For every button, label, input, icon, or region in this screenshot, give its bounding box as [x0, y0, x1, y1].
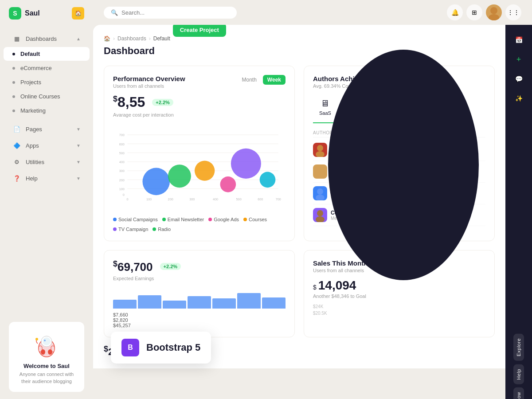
daily-prefix: $	[104, 344, 108, 353]
sales-card-header: Sales This Month Users from all channels	[313, 259, 485, 273]
svg-point-45	[316, 195, 325, 200]
table-row: Guy Hawkins Haiti 78.34%	[313, 139, 485, 161]
bar-2	[138, 295, 161, 309]
svg-text:300: 300	[119, 169, 125, 173]
sidebar-item-dashboards[interactable]: ▦ Dashboards ▲	[4, 31, 90, 47]
stat-entry-1: $7,660	[113, 312, 286, 317]
author-conv-1: 78.34%	[379, 147, 415, 153]
sidebar-item-default[interactable]: Default	[4, 47, 90, 61]
legend-label: Google Ads	[214, 217, 239, 222]
view-button-1[interactable]: →	[459, 145, 469, 155]
astronaut-illustration	[29, 332, 64, 359]
apps-icon: 🔷	[12, 141, 21, 150]
rp-add-button[interactable]: +	[511, 51, 527, 67]
svg-point-2	[43, 337, 51, 345]
sidebar-item-projects[interactable]: Projects	[4, 75, 90, 89]
svg-text:300: 300	[189, 197, 195, 201]
view-button-4[interactable]: →	[459, 210, 469, 220]
svg-point-6	[48, 349, 52, 355]
help-label[interactable]: Help	[513, 364, 524, 384]
main-area: 🔍 🔔 ⊞ ⋮⋮ 🏠	[93, 0, 532, 399]
sparkline-2	[415, 166, 446, 177]
sparkline-4	[415, 210, 446, 220]
search-box[interactable]: 🔍	[104, 7, 237, 19]
pages-icon: 📄	[12, 125, 21, 133]
tab-mobile[interactable]: 📱 Mobile	[390, 94, 416, 123]
tab-saas[interactable]: 🖥 SaaS	[313, 94, 337, 123]
performance-subtitle: Users from all channels	[113, 83, 185, 89]
period-tab-group: Month Week	[238, 75, 286, 85]
sparkline-3	[415, 188, 446, 199]
sidebar-item-apps[interactable]: 🔷 Apps ▼	[4, 137, 90, 153]
sparkle-icon: ✨	[515, 95, 523, 102]
chevron-icon: ▼	[76, 127, 81, 132]
earnings-card: $69,700 +2.2% Expected Earnings	[104, 250, 295, 337]
sidebar-item-label: Help	[26, 175, 38, 182]
author-country-1: Haiti	[331, 151, 364, 156]
sidebar-item-utilities[interactable]: ⚙ Utilities ▼	[4, 154, 90, 170]
notifications-button[interactable]: 🔔	[447, 4, 463, 20]
sidebar-item-help[interactable]: ❓ Help ▼	[4, 170, 90, 186]
tab-month[interactable]: Month	[238, 75, 261, 85]
metric-badge: +2.2%	[152, 99, 173, 106]
settings-button[interactable]: ⊞	[466, 4, 482, 20]
crypto-tab-icon: ₿	[348, 98, 353, 109]
view-button-2[interactable]: →	[459, 166, 469, 177]
legend-radio: Radio	[153, 227, 171, 232]
social-tab-icon: 👥	[372, 98, 383, 109]
sidebar-item-online-courses[interactable]: Online Courses	[4, 90, 90, 103]
search-input[interactable]	[121, 9, 230, 16]
table-row: Jacob Jones Poland 92.56%	[313, 183, 485, 204]
view-button-3[interactable]: →	[459, 188, 469, 199]
breadcrumb-dashboards[interactable]: Dashboards	[117, 35, 146, 42]
explore-label[interactable]: Explore	[513, 334, 524, 361]
authors-title: Authors Achievements	[313, 75, 385, 82]
rp-sparkle-button[interactable]: ✨	[511, 90, 527, 106]
earnings-bar-chart	[113, 286, 286, 309]
buy-now-label[interactable]: Buy now	[513, 387, 524, 399]
author-info: Cody Fishers Mexico	[313, 208, 379, 222]
content-area: 🏠 › Dashboards › Default Create Project …	[93, 25, 532, 399]
more-options-button[interactable]: ⋮⋮	[505, 4, 521, 20]
legend-social: Social Campaigns	[113, 217, 158, 222]
authors-table: Author Conv. Chart View	[313, 129, 485, 226]
author-conv-4: 63.08%	[379, 212, 415, 218]
tab-crypto[interactable]: ₿ Crypto	[337, 94, 364, 123]
content-wrapper: 🏠 › Dashboards › Default Create Project …	[93, 25, 505, 399]
others-tab-icon: 💾	[425, 100, 436, 111]
tab-social[interactable]: 👥 Social	[364, 94, 390, 123]
svg-text:700: 700	[276, 197, 281, 201]
earnings-badge: +2.2%	[160, 263, 181, 270]
svg-point-10	[489, 14, 499, 20]
legend-dot-radio	[153, 227, 156, 231]
earnings-label: Expected Earnings	[113, 276, 286, 281]
svg-point-43	[316, 173, 325, 179]
nav-dot	[12, 110, 15, 112]
svg-point-35	[168, 164, 191, 188]
tab-week[interactable]: Week	[263, 75, 286, 85]
author-country-2: Monaco	[331, 172, 363, 177]
back-button[interactable]: 🏠	[72, 7, 84, 20]
tab-others[interactable]: 💾 Others	[417, 96, 444, 123]
dashboard-grid: Performance Overview Users from all chan…	[104, 66, 495, 337]
sidebar-item-label: Pages	[26, 126, 42, 133]
author-info: Jacob Jones Poland	[313, 186, 379, 200]
create-project-button[interactable]: Create Project	[173, 25, 226, 37]
legend-dot-email	[162, 218, 166, 221]
legend-label: Social Campaigns	[118, 217, 158, 222]
legend-courses: Courses	[243, 217, 267, 222]
legend-tv: TV Campaign	[113, 227, 148, 232]
svg-point-34	[142, 168, 170, 196]
chat-icon: 💬	[515, 75, 523, 82]
sales-goal-text: Another $48,346 to Goal	[313, 293, 485, 299]
rp-calendar-button[interactable]: 📅	[511, 32, 527, 48]
legend-label: Email Newsletter	[168, 217, 204, 222]
sidebar-item-label: eCommerce	[20, 65, 52, 71]
sidebar-item-pages[interactable]: 📄 Pages ▼	[4, 121, 90, 137]
sidebar-item-ecommerce[interactable]: eCommerce	[4, 61, 90, 75]
svg-text:500: 500	[236, 197, 242, 201]
rp-chat-button[interactable]: 💬	[511, 71, 527, 87]
user-avatar[interactable]	[486, 4, 502, 20]
sidebar-item-marketing[interactable]: Marketing	[4, 104, 90, 117]
legend-label: TV Campaign	[118, 227, 148, 232]
